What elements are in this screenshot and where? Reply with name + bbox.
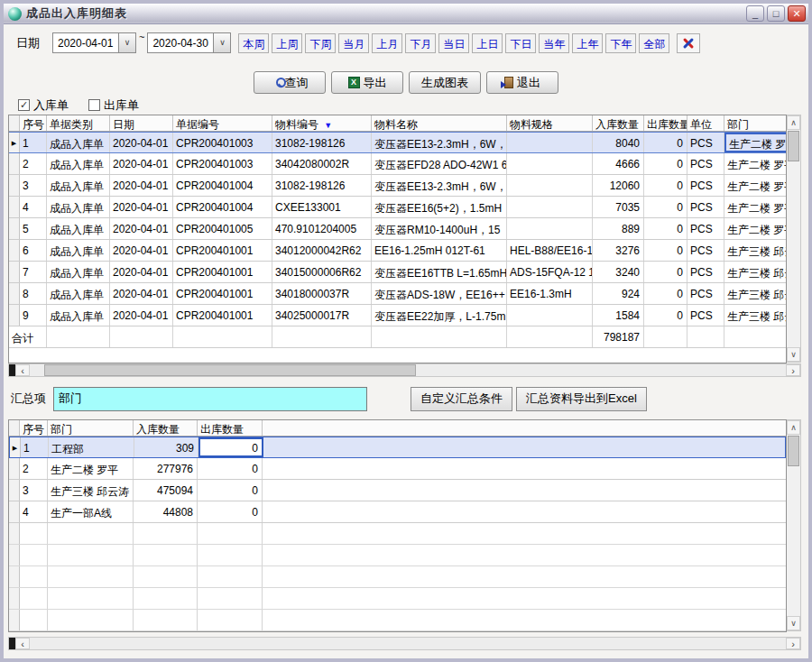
- table-row[interactable]: 4 成品入库单 2020-04-01 CPR200401004 CXEE1330…: [9, 197, 786, 218]
- scroll-right-icon[interactable]: ›: [786, 638, 800, 649]
- chevron-down-icon[interactable]: ∨: [118, 33, 135, 52]
- quick-range-button[interactable]: 下日: [505, 33, 536, 53]
- summary-export-button[interactable]: 汇总资料导出到Excel: [516, 387, 647, 411]
- table-row[interactable]: 8 成品入库单 2020-04-01 CPR200401001 34018000…: [9, 283, 786, 305]
- cell-part-no: 34042080002R: [272, 153, 372, 174]
- col-header-out-qty[interactable]: 出库数量: [644, 115, 687, 131]
- window-title: 成品出入库明细表: [26, 5, 743, 22]
- outbound-checkbox[interactable]: 出库单: [88, 97, 139, 114]
- cell-seq: 9: [20, 305, 47, 326]
- row-marker: [9, 218, 20, 239]
- row-marker: [9, 262, 20, 282]
- export-button[interactable]: X 导出: [331, 71, 403, 94]
- summary-grid: 序号 部门 入库数量 出库数量 1 工程部 309 0: [8, 419, 808, 632]
- quick-range-button[interactable]: 当年: [539, 33, 569, 53]
- quick-range-button[interactable]: 上年: [572, 33, 603, 53]
- quick-range-button[interactable]: 全部: [639, 33, 669, 53]
- table-row[interactable]: 9 成品入库单 2020-04-01 CPR200401001 34025000…: [9, 305, 786, 326]
- cell-part-name: 变压器EE13-2.3mH，6W，: [372, 175, 507, 196]
- date-to-combo[interactable]: 2020-04-30 ∨: [147, 32, 231, 53]
- summary-grid-vscrollbar[interactable]: ∧ ∨: [787, 419, 801, 631]
- query-button[interactable]: 查询: [254, 71, 326, 94]
- cell-date: 2020-04-01: [110, 262, 173, 282]
- cell-dept: 生产三楼 邱云涛: [724, 283, 786, 304]
- inbound-checkbox[interactable]: ✓ 入库单: [18, 97, 69, 114]
- exit-button[interactable]: 退出: [486, 71, 558, 94]
- table-row[interactable]: 6 成品入库单 2020-04-01 CPR200401001 34012000…: [9, 240, 786, 262]
- tools-icon-button[interactable]: [677, 33, 700, 53]
- col-header-doc-type[interactable]: 单据类别: [47, 115, 110, 131]
- quick-range-button[interactable]: 上月: [372, 33, 402, 53]
- scroll-up-icon[interactable]: ∧: [787, 115, 800, 130]
- quick-range-button[interactable]: 下周: [305, 33, 336, 53]
- table-row[interactable]: 4 生产一部A线 44808 0: [9, 501, 786, 523]
- quick-range-button[interactable]: 下月: [405, 33, 436, 53]
- date-from-combo[interactable]: 2020-04-01 ∨: [52, 32, 136, 53]
- cell-unit: PCS: [687, 240, 724, 261]
- col-header-out-qty[interactable]: 出库数量: [198, 420, 263, 436]
- col-header-doc-no[interactable]: 单据编号: [173, 115, 272, 131]
- quick-range-button[interactable]: 当月: [338, 33, 369, 53]
- table-row[interactable]: 1 成品入库单 2020-04-01 CPR200401003 31082-19…: [9, 132, 786, 153]
- hscroll-thumb[interactable]: [44, 364, 416, 376]
- col-header-part-no[interactable]: 物料编号 ▼: [272, 115, 372, 131]
- row-marker: [9, 458, 20, 479]
- cell-seq: 4: [20, 501, 48, 522]
- chevron-down-icon[interactable]: ∨: [213, 33, 230, 52]
- excel-icon: X: [348, 77, 360, 88]
- vscroll-thumb[interactable]: [788, 131, 799, 161]
- quick-range-button[interactable]: 上日: [472, 33, 503, 53]
- close-button[interactable]: ✕: [788, 5, 806, 22]
- custom-summary-button[interactable]: 自定义汇总条件: [411, 387, 512, 411]
- cell-date: 2020-04-01: [110, 283, 173, 304]
- inbound-checkbox-label: 入库单: [33, 97, 69, 114]
- exit-button-label: 退出: [517, 75, 540, 91]
- table-row[interactable]: 7 成品入库单 2020-04-01 CPR200401001 34015000…: [9, 262, 786, 283]
- checkbox-checked-icon[interactable]: ✓: [18, 99, 30, 111]
- col-header-in-qty[interactable]: 入库数量: [593, 115, 644, 131]
- summary-grid-hscrollbar[interactable]: ‹ ›: [8, 637, 801, 650]
- scroll-up-icon[interactable]: ∧: [787, 420, 800, 435]
- col-header-in-qty[interactable]: 入库数量: [134, 420, 198, 436]
- vscroll-thumb[interactable]: [788, 436, 799, 466]
- quick-range-button[interactable]: 本周: [238, 33, 269, 53]
- cell-seq: 1: [20, 133, 47, 152]
- col-header-unit[interactable]: 单位: [687, 115, 724, 131]
- generate-chart-button[interactable]: 生成图表: [409, 71, 481, 94]
- quick-range-button[interactable]: 当日: [438, 33, 469, 53]
- scroll-down-icon[interactable]: ∨: [787, 347, 800, 362]
- col-header-seq[interactable]: 序号: [20, 115, 47, 131]
- cell-spec: [507, 153, 593, 174]
- detail-grid-hscrollbar[interactable]: ‹ ›: [8, 363, 801, 377]
- table-row[interactable]: 5 成品入库单 2020-04-01 CPR200401005 470.9101…: [9, 218, 786, 240]
- table-row[interactable]: 2 成品入库单 2020-04-01 CPR200401003 34042080…: [9, 153, 786, 175]
- scroll-left-icon[interactable]: ‹: [15, 638, 30, 649]
- col-header-dept[interactable]: 部门: [48, 420, 134, 436]
- cell-dept: 生产三楼 邱云涛: [724, 305, 786, 326]
- cell-date: 2020-04-01: [110, 218, 173, 239]
- table-row[interactable]: 3 生产三楼 邱云涛 475094 0: [9, 480, 786, 501]
- col-header-seq[interactable]: 序号: [20, 420, 48, 436]
- table-row[interactable]: 1 工程部 309 0: [9, 437, 786, 458]
- cell-dept: 生产二楼 罗平: [724, 197, 786, 217]
- maximize-button[interactable]: □: [767, 5, 785, 22]
- detail-grid-vscrollbar[interactable]: ∧ ∨: [787, 115, 801, 363]
- summary-field-input[interactable]: [53, 387, 367, 411]
- scroll-right-icon[interactable]: ›: [786, 364, 800, 376]
- scroll-down-icon[interactable]: ∨: [787, 616, 800, 630]
- cell-date: 2020-04-01: [110, 197, 173, 217]
- checkbox-unchecked-icon[interactable]: [88, 99, 100, 111]
- quick-range-button[interactable]: 下年: [605, 33, 636, 53]
- minimize-button[interactable]: _: [746, 5, 764, 22]
- col-header-part-name[interactable]: 物料名称: [372, 115, 507, 131]
- cell-part-name: 变压器EE13-2.3mH，6W，: [372, 133, 507, 152]
- col-header-spec[interactable]: 物料规格: [507, 115, 593, 131]
- scroll-left-icon[interactable]: ‹: [15, 364, 30, 376]
- col-header-dept[interactable]: 部门: [724, 115, 786, 131]
- row-marker: [9, 283, 20, 304]
- table-row[interactable]: 2 生产二楼 罗平 277976 0: [9, 458, 786, 480]
- cell-unit: PCS: [687, 283, 724, 304]
- col-header-date[interactable]: 日期: [110, 115, 173, 131]
- table-row[interactable]: 3 成品入库单 2020-04-01 CPR200401004 31082-19…: [9, 175, 786, 197]
- quick-range-button[interactable]: 上周: [272, 33, 302, 53]
